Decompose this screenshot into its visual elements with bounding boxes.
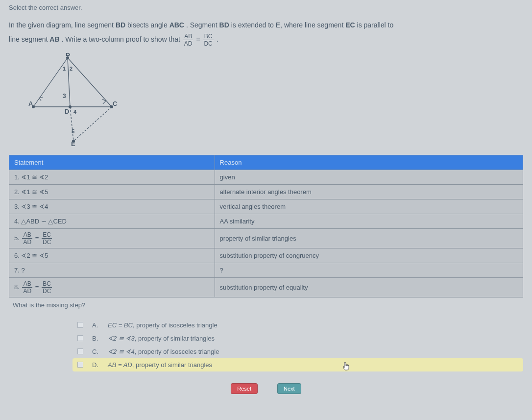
svg-line-5 [73,107,112,141]
text-fragment: is parallel to [357,21,394,29]
text-fragment: line segment [9,35,49,43]
option-c[interactable]: C.∢2 ≅ ∢4, property of isosceles triangl… [73,345,523,358]
option-text: EC = BC, property of isosceles triangle [108,321,518,329]
label-d: D [65,108,69,115]
label-angle-1: 1 [63,66,66,72]
label-angle-3: 3 [63,93,66,99]
text-fragment: . Write a two-column proof to show that [61,35,182,43]
bottom-buttons: Reset Next [9,383,523,394]
hand-cursor-icon [343,362,352,371]
equals: = [196,35,202,43]
svg-line-1 [68,58,112,107]
checkbox-icon[interactable] [77,362,83,368]
option-text: ∢2 ≅ ∢3, property of similar triangles [108,335,518,342]
label-c: C [113,100,117,107]
svg-line-0 [33,58,68,107]
reason-cell: alternate interior angles theorem [215,184,523,199]
instruction-header: Select the correct answer. [9,4,523,11]
statement-cell: 5. ABAD = ECDC [9,228,215,248]
statement-cell: 2. ∢1 ≅ ∢5 [9,184,215,199]
checkbox-icon[interactable] [77,322,83,328]
checkbox-icon[interactable] [77,348,83,354]
header-statement: Statement [9,155,215,170]
statement-cell: 7. ? [9,263,215,277]
reason-cell: AA similarity [215,214,523,228]
option-b[interactable]: B.∢2 ≅ ∢3, property of similar triangles [73,332,523,345]
reason-cell: ? [215,263,523,277]
table-row: 8. ABAD = BCDCsubstitution property of e… [9,277,523,297]
table-row: 5. ABAD = ECDCproperty of similar triang… [9,228,523,248]
text-fragment: is extended to E, where line segment [231,21,345,29]
option-letter: C. [92,348,99,355]
header-reason: Reason [215,155,523,170]
reason-cell: substitution property of equality [215,277,523,297]
problem-text: In the given diagram, line segment BD bi… [9,18,523,47]
statement-cell: 1. ∢1 ≅ ∢2 [9,170,215,184]
text-fragment: In the given diagram, line segment [9,21,116,29]
reset-button[interactable]: Reset [231,383,258,394]
triangle-svg: B A C D E 1 2 3 4 5 [28,53,117,146]
reason-cell: given [215,170,523,184]
numerator: AB [183,33,193,40]
denominator: DC [203,40,213,47]
label-angle-5: 5 [72,128,74,134]
options-group: A.EC = BC, property of isosceles triangl… [73,319,523,371]
text-fragment: bisects angle [127,21,169,29]
option-letter: A. [92,321,99,329]
label-e: E [71,140,75,146]
segment-ab: AB [49,35,59,43]
text-fragment: . Segment [186,21,219,29]
option-text: ∢2 ≅ ∢4, property of isosceles triangle [108,348,518,355]
fraction-ab-ad: AB AD [183,33,193,47]
statement-cell: 6. ∢2 ≅ ∢5 [9,248,215,263]
segment-bd: BD [116,21,125,29]
option-text: AB = AD, property of similar triangles [108,361,518,369]
reason-cell: vertical angles theorem [215,199,523,214]
denominator: AD [183,40,193,47]
segment-ec: EC [345,21,355,29]
svg-line-3 [68,58,70,107]
option-a[interactable]: A.EC = BC, property of isosceles triangl… [73,319,523,332]
triangle-diagram: B A C D E 1 2 3 4 5 [28,53,523,146]
label-angle-2: 2 [70,66,73,72]
table-row: 6. ∢2 ≅ ∢5substitution property of congr… [9,248,523,263]
table-row: 4. △ABD ∼ △CEDAA similarity [9,214,523,228]
table-row: 2. ∢1 ≅ ∢5alternate interior angles theo… [9,184,523,199]
missing-step-prompt: What is the missing step? [9,301,523,309]
text-fragment: . [217,35,218,43]
statement-cell: 3. ∢3 ≅ ∢4 [9,199,215,214]
label-angle-4: 4 [73,109,77,115]
table-row: 3. ∢3 ≅ ∢4vertical angles theorem [9,199,523,214]
angle-abc: ABC [169,21,184,29]
option-letter: B. [92,335,99,342]
label-a: A [28,100,33,107]
segment-bd: BD [219,21,229,29]
svg-line-4 [70,107,73,141]
option-d[interactable]: D.AB = AD, property of similar triangles [73,358,523,371]
next-button[interactable]: Next [277,383,301,394]
numerator: BC [203,33,213,40]
table-row: 1. ∢1 ≅ ∢2given [9,170,523,184]
table-row: 7. ?? [9,263,523,277]
statement-cell: 8. ABAD = BCDC [9,277,215,297]
reason-cell: property of similar triangles [215,228,523,248]
label-b: B [66,53,70,57]
option-letter: D. [92,361,99,369]
checkbox-icon[interactable] [77,335,83,341]
reason-cell: substitution property of congruency [215,248,523,263]
statement-cell: 4. △ABD ∼ △CED [9,214,215,228]
fraction-bc-dc: BC DC [203,33,213,47]
proof-table: Statement Reason 1. ∢1 ≅ ∢2given2. ∢1 ≅ … [9,155,523,297]
